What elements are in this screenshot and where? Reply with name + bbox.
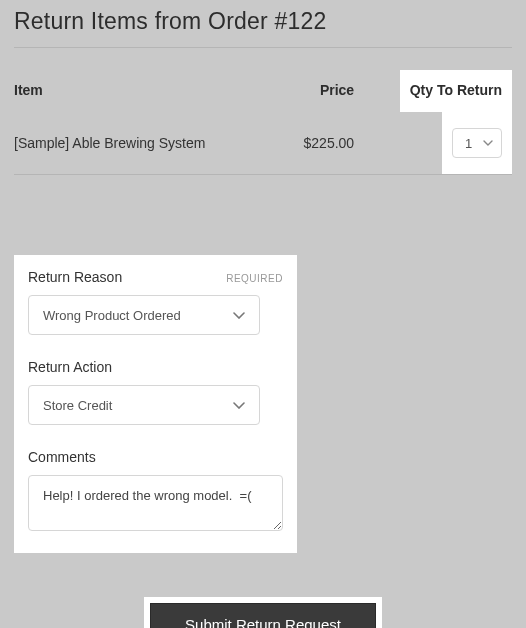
comments-input[interactable]	[28, 475, 283, 531]
return-reason-select[interactable]: Wrong Product Ordered	[28, 295, 260, 335]
return-reason-label: Return Reason	[28, 269, 122, 285]
page-title: Return Items from Order #122	[14, 0, 512, 47]
comments-label: Comments	[28, 449, 96, 465]
chevron-down-icon	[233, 312, 245, 319]
chevron-down-icon	[483, 140, 493, 146]
qty-value: 1	[465, 136, 472, 151]
col-price: Price	[283, 70, 354, 112]
col-qty: Qty To Return	[354, 70, 512, 112]
return-form-card: Return Reason REQUIRED Wrong Product Ord…	[14, 255, 297, 553]
col-item: Item	[14, 70, 283, 112]
required-tag: REQUIRED	[226, 273, 283, 284]
submit-return-button[interactable]: Submit Return Request	[150, 603, 376, 628]
chevron-down-icon	[233, 402, 245, 409]
qty-select[interactable]: 1	[452, 128, 502, 158]
return-action-label: Return Action	[28, 359, 112, 375]
return-action-select[interactable]: Store Credit	[28, 385, 260, 425]
item-price: $225.00	[283, 112, 354, 175]
table-row: [Sample] Able Brewing System $225.00 1	[14, 112, 512, 175]
divider	[14, 47, 512, 48]
item-name: [Sample] Able Brewing System	[14, 112, 283, 175]
return-reason-value: Wrong Product Ordered	[43, 308, 181, 323]
return-action-value: Store Credit	[43, 398, 112, 413]
items-table: Item Price Qty To Return [Sample] Able B…	[14, 70, 512, 175]
